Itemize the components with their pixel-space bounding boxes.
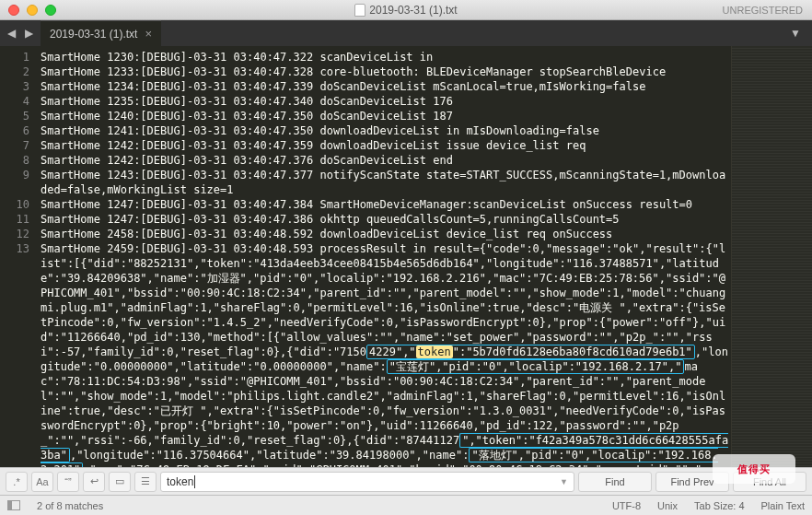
nav-back-icon[interactable]: ◀ bbox=[7, 27, 16, 40]
window-title: 2019-03-31 (1).txt bbox=[0, 4, 812, 17]
tab-active[interactable]: 2019-03-31 (1).txt × bbox=[41, 20, 161, 46]
find-wrap-button[interactable]: ↩ bbox=[83, 472, 105, 492]
find-inselection-button[interactable]: ▭ bbox=[109, 472, 131, 492]
status-syntax[interactable]: Plain Text bbox=[761, 500, 806, 511]
close-window-button[interactable] bbox=[8, 5, 19, 16]
code-area[interactable]: SmartHome 1230:[DEBUG]-03-31 03:40:47.32… bbox=[35, 46, 731, 467]
find-highlight-button[interactable]: ☰ bbox=[134, 472, 157, 492]
side-panel-icon[interactable] bbox=[7, 500, 20, 510]
find-input-value: token bbox=[167, 475, 193, 488]
editor: 12345678910111213 SmartHome 1230:[DEBUG]… bbox=[0, 46, 812, 467]
unregistered-label: UNREGISTERED bbox=[723, 5, 803, 16]
find-panel: .* Aa “” ↩ ▭ ☰ token ▼ Find Find Prev Fi… bbox=[0, 467, 812, 495]
status-bar: 2 of 8 matches UTF-8 Unix Tab Size: 4 Pl… bbox=[0, 495, 812, 515]
tab-overflow-icon[interactable]: ▼ bbox=[790, 27, 801, 40]
find-button[interactable]: Find bbox=[578, 472, 652, 492]
minimize-window-button[interactable] bbox=[27, 5, 38, 16]
nav-forward-icon[interactable]: ▶ bbox=[25, 27, 33, 40]
find-quotes-button[interactable]: “” bbox=[57, 472, 79, 492]
window-title-text: 2019-03-31 (1).txt bbox=[369, 4, 457, 17]
find-input[interactable]: token ▼ bbox=[160, 472, 574, 492]
maximize-window-button[interactable] bbox=[45, 5, 56, 16]
find-case-button[interactable]: Aa bbox=[31, 472, 53, 492]
document-icon bbox=[354, 4, 365, 17]
find-regex-button[interactable]: .* bbox=[6, 472, 28, 492]
status-encoding[interactable]: UTF-8 bbox=[612, 500, 641, 511]
window-titlebar: 2019-03-31 (1).txt UNREGISTERED bbox=[0, 0, 812, 20]
find-history-icon[interactable]: ▼ bbox=[560, 477, 568, 486]
status-tab-size[interactable]: Tab Size: 4 bbox=[694, 500, 744, 511]
status-line-endings[interactable]: Unix bbox=[657, 500, 678, 511]
line-number-gutter: 12345678910111213 bbox=[0, 46, 35, 467]
tab-label: 2019-03-31 (1).txt bbox=[50, 28, 137, 41]
tab-close-icon[interactable]: × bbox=[145, 27, 152, 41]
status-matches: 2 of 8 matches bbox=[37, 500, 103, 511]
minimap[interactable] bbox=[731, 46, 812, 467]
window-controls bbox=[8, 5, 56, 16]
tab-bar: ◀ ▶ 2019-03-31 (1).txt × ▼ bbox=[0, 20, 812, 46]
find-prev-button[interactable]: Find Prev bbox=[655, 472, 729, 492]
find-all-button[interactable]: Find All bbox=[733, 472, 806, 492]
